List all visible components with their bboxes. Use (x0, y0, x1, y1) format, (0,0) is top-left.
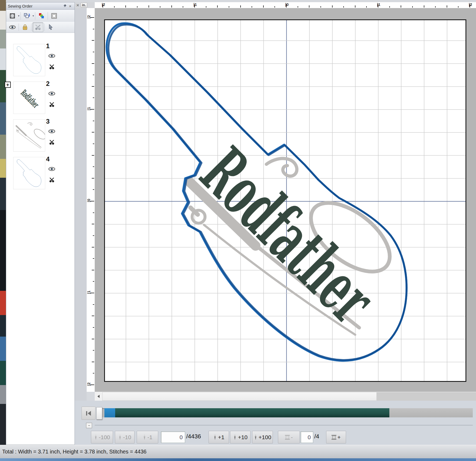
stitch-scrub-thumb[interactable] (96, 407, 102, 420)
fit-view-button[interactable] (7, 11, 17, 20)
sewing-order-toolbar-bottom (6, 22, 75, 33)
forward-10-label: +10 (238, 434, 248, 441)
color-sort-button[interactable] (36, 11, 47, 20)
back-10-stitches-button[interactable]: -10 (115, 431, 135, 443)
sewing-item-1[interactable]: 1 (6, 44, 75, 79)
units-indicator[interactable]: in. (81, 3, 87, 8)
back-100-label: -100 (99, 434, 110, 441)
canvas-margin-area: Rodfather (95, 8, 476, 392)
scrollbar-track[interactable] (377, 392, 476, 401)
thumbnail-lettering: Rodfather (19, 88, 41, 110)
sewing-order-header: Sewing Order × (6, 2, 75, 10)
forward-1-label: +1 (218, 434, 224, 441)
stitch-simulator-bar: − -100 -10 -1 0 /4436 +1 +10 +100 (75, 401, 476, 445)
lock-icon (22, 24, 28, 30)
sewing-order-toolbar-top: ▾ ▾ (6, 10, 75, 22)
pin-icon[interactable] (62, 4, 68, 8)
ruler-label: |1 (377, 2, 380, 7)
visibility-button[interactable] (7, 23, 17, 32)
ruler-label: |1 (86, 107, 91, 110)
hoop-button[interactable] (49, 11, 59, 20)
canvas-horizontal-scrollbar[interactable] (95, 392, 476, 401)
eye-icon (48, 91, 55, 96)
item-2-visibility-toggle[interactable] (47, 90, 56, 97)
back-100-stitches-button[interactable]: -100 (91, 431, 113, 443)
select-tool-button[interactable] (46, 23, 56, 32)
sewing-item-3[interactable]: 3 (6, 119, 75, 154)
sewing-item-2-thumbnail[interactable]: Rodfather (13, 82, 45, 114)
item-3-visibility-toggle[interactable] (47, 127, 56, 135)
status-text: Total : Width = 3.71 inch, Height = 3.78… (2, 449, 146, 455)
cursor-arrow-icon (48, 24, 54, 30)
thread-spool-icon (332, 435, 336, 440)
fit-view-icon (9, 13, 16, 19)
ruler-label: |2 (102, 2, 105, 7)
close-panel-icon[interactable]: × (68, 4, 73, 8)
current-stitch-field[interactable]: 0 (161, 431, 185, 443)
item-1-visibility-toggle[interactable] (47, 52, 56, 60)
fit-view-dropdown-icon[interactable]: ▾ (18, 14, 19, 17)
current-color-value: 0 (308, 434, 311, 441)
color-segment-green[interactable] (115, 408, 389, 417)
reorder-dropdown-icon[interactable]: ▾ (33, 14, 34, 17)
reorder-objects-button[interactable] (22, 11, 32, 20)
needle-icon (233, 435, 237, 440)
item-1-trim-toggle[interactable] (47, 63, 56, 70)
color-total-label: /4 (314, 433, 319, 440)
ruler-label: |1 (86, 291, 91, 294)
thread-spool-icon (285, 435, 290, 440)
item-4-visibility-toggle[interactable] (47, 165, 56, 173)
separator-line (95, 425, 473, 425)
forward-100-label: +100 (259, 434, 271, 441)
item-2-trim-toggle[interactable] (47, 100, 56, 108)
sewing-item-number: 3 (46, 118, 50, 125)
scrollbar-thumb[interactable] (102, 392, 377, 401)
stitch-total-label: /4436 (186, 433, 201, 440)
design-canvas[interactable]: Rodfather (104, 19, 466, 382)
needle-icon (213, 435, 217, 440)
ruler-corner: × in. (75, 2, 95, 8)
color-segment-blue[interactable] (104, 408, 115, 417)
eye-icon (48, 129, 55, 134)
forward-100-stitches-button[interactable]: +100 (252, 431, 273, 443)
sewing-item-4[interactable]: 4 (6, 157, 75, 192)
ruler-label: |0 (285, 2, 289, 7)
trim-toggle-button[interactable] (33, 22, 43, 32)
embroidery-app-window: Sewing Order × ▾ (0, 0, 476, 461)
sewing-item-4-thumbnail[interactable] (13, 157, 45, 189)
previous-color-button[interactable]: - (278, 431, 300, 443)
lock-button[interactable] (20, 23, 30, 32)
sewing-item-2[interactable]: + Rodfather 2 (6, 82, 75, 117)
next-color-button[interactable]: + (326, 431, 346, 443)
back-1-stitch-button[interactable]: -1 (137, 431, 158, 443)
close-ruler-icon[interactable]: × (76, 3, 79, 8)
skip-to-start-button[interactable] (82, 407, 96, 420)
scissors-icon (49, 177, 55, 183)
color-segment-gray[interactable] (389, 408, 473, 417)
item-3-trim-toggle[interactable] (47, 138, 56, 146)
sewing-item-3-thumbnail[interactable] (13, 119, 45, 152)
color-sort-icon (38, 13, 45, 19)
sewing-item-1-thumbnail[interactable] (13, 44, 45, 76)
ruler-label: |0 (86, 199, 91, 202)
scissors-icon (49, 139, 55, 145)
eye-icon (9, 25, 16, 29)
item-2-expand-box[interactable]: + (5, 82, 11, 88)
current-color-field[interactable]: 0 (301, 431, 313, 443)
desktop-background-sliver (0, 0, 6, 445)
current-stitch-value: 0 (179, 434, 183, 441)
horizontal-ruler: |2|1|0|1|2 (95, 2, 476, 8)
desktop-bottom-sliver (0, 458, 476, 461)
scissors-disabled-icon (34, 24, 42, 30)
forward-1-stitch-button[interactable]: +1 (209, 431, 229, 443)
scissors-icon (49, 64, 55, 69)
stitch-scrub-track[interactable] (98, 408, 473, 417)
needle-icon (254, 435, 258, 440)
forward-10-stitches-button[interactable]: +10 (230, 431, 251, 443)
simulator-collapse-toggle[interactable]: − (86, 423, 92, 428)
item-4-trim-toggle[interactable] (47, 176, 56, 183)
sewing-order-panel: Sewing Order × ▾ (6, 2, 75, 445)
scroll-left-button[interactable] (95, 392, 102, 401)
ruler-label: |2 (469, 2, 472, 7)
vertical-ruler: |2|1|0|1|2 (87, 8, 95, 392)
